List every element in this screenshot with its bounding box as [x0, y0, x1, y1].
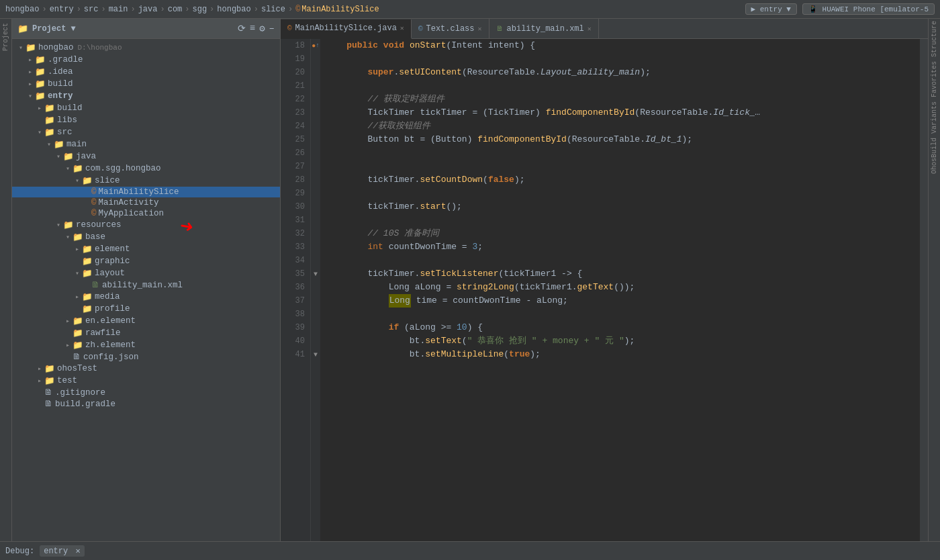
tab-close-main[interactable]: ✕: [400, 24, 404, 32]
tree-item-main[interactable]: ▾📁main: [12, 138, 280, 150]
tree-label-20: ability_main.xml: [102, 281, 183, 290]
tree-icon-7: 📁: [44, 127, 55, 138]
tree-item-en-element[interactable]: ▸📁en.element: [12, 315, 280, 327]
tree-item-layout[interactable]: ▾📁layout: [12, 267, 280, 279]
settings-icon[interactable]: ⚙: [259, 23, 265, 34]
tree-item-profile[interactable]: 📁profile: [12, 303, 280, 315]
line-num-21: 21: [286, 79, 305, 93]
tree-item-zh-element[interactable]: ▸📁zh.element: [12, 339, 280, 351]
tree-label-8: main: [66, 140, 87, 149]
tree-item-mainactivity[interactable]: ©MainActivity: [12, 197, 280, 208]
tab-class-icon: ©: [418, 25, 423, 33]
tree-arrow-28: ▸: [35, 377, 44, 385]
main-layout: Project 📁 Project ▼ ⟳ ≡ ⚙ – ▾📁hongbaoD:\…: [0, 19, 940, 541]
project-header-icons: ⟳ ≡ ⚙ –: [238, 23, 275, 34]
code-lines[interactable]: public void onStart(Intent intent) { sup…: [320, 39, 920, 541]
tree-label-2: .idea: [48, 67, 73, 77]
code-line-24: //获取按钮组件: [326, 120, 920, 133]
sync-icon[interactable]: ⟳: [238, 23, 246, 34]
tree-item-config-json[interactable]: 🗎config.json: [12, 351, 280, 363]
scrollbar-area[interactable]: [920, 39, 928, 541]
tab-close-text[interactable]: ✕: [478, 25, 482, 33]
tree-item-test[interactable]: ▸📁test: [12, 375, 280, 387]
tree-item-libs[interactable]: 📁libs: [12, 114, 280, 126]
tree-item-graphic[interactable]: 📁graphic: [12, 255, 280, 267]
tree-item-slice[interactable]: ▾📁slice: [12, 175, 280, 187]
gutter-36: [311, 281, 320, 294]
tab-main-ability-slice[interactable]: © MainAbilitySlice.java ✕: [281, 19, 412, 39]
tree-label-11: slice: [95, 176, 120, 185]
tree-item-hongbao[interactable]: ▾📁hongbaoD:\hongbao: [12, 42, 280, 54]
top-bar: hongbao › entry › src › main › java › co…: [0, 0, 940, 19]
gutter-31: [311, 214, 320, 227]
gutter-19: [311, 52, 320, 66]
breadcrumb-sgg[interactable]: sgg: [193, 5, 207, 14]
tree-arrow-8: ▾: [44, 140, 54, 148]
gutter-39: [311, 321, 320, 334]
tree-label-13: MainActivity: [99, 198, 159, 207]
tree-item-base[interactable]: ▾📁base: [12, 231, 280, 243]
tree-item-rawfile[interactable]: 📁rawfile: [12, 327, 280, 339]
line-num-24: 24: [286, 120, 305, 133]
breadcrumb-com[interactable]: com: [168, 5, 183, 14]
tree-item-media[interactable]: ▸📁media: [12, 291, 280, 303]
breadcrumb-java[interactable]: java: [138, 5, 158, 14]
tree-item-java[interactable]: ▾📁java: [12, 150, 280, 162]
tree-label-29: .gitignore: [55, 388, 105, 398]
tab-text-class[interactable]: © Text.class ✕: [412, 19, 489, 38]
code-line-39: if (aLong >= 10) {: [326, 321, 920, 334]
tree-item-myapplication[interactable]: ©MyApplication: [12, 208, 280, 219]
tree-item--idea[interactable]: ▸📁.idea: [12, 66, 280, 78]
tab-close-xml[interactable]: ✕: [588, 25, 592, 33]
entry-tab-close[interactable]: ✕: [75, 547, 80, 556]
entry-dropdown[interactable]: ▶ entry ▼: [745, 3, 797, 15]
favorites-label[interactable]: Favorites: [931, 59, 938, 99]
collapse-icon[interactable]: ≡: [250, 23, 255, 34]
tree-item-com-sgg-hongbao[interactable]: ▾📁com.sgg.hongbao: [12, 162, 280, 175]
tree-icon-16: 📁: [73, 232, 83, 242]
tree-icon-1: 📁: [35, 54, 46, 65]
minimize-icon[interactable]: –: [269, 23, 275, 34]
line-num-32: 32: [286, 227, 305, 240]
code-line-22: // 获取定时器组件: [326, 93, 920, 106]
tree-item-mainabilityslice[interactable]: ©MainAbilitySlice: [12, 187, 280, 197]
tree-item-build[interactable]: ▸📁build: [12, 102, 280, 114]
tree-icon-5: 📁: [44, 103, 55, 113]
project-title: Project ▼: [32, 24, 76, 34]
tree-item-src[interactable]: ▾📁src: [12, 126, 280, 138]
line-num-34: 34: [286, 254, 305, 267]
breadcrumb-hongbao2[interactable]: hongbao: [217, 5, 250, 14]
tree-extra-0: D:\hongbao: [78, 44, 122, 52]
entry-tab[interactable]: entry ✕: [40, 545, 84, 557]
breadcrumb-entry[interactable]: entry: [50, 5, 74, 14]
ohos-label[interactable]: OhosBuild Variants: [931, 99, 938, 176]
tree-label-4: entry: [48, 91, 73, 101]
line-num-28: 28: [286, 173, 305, 187]
tree-item--gitignore[interactable]: 🗎.gitignore: [12, 387, 280, 398]
project-side-label[interactable]: Project: [1, 21, 11, 52]
tree-item--gradle[interactable]: ▸📁.gradle: [12, 54, 280, 66]
tree-item-build[interactable]: ▸📁build: [12, 78, 280, 90]
breadcrumb-hongbao[interactable]: hongbao: [5, 5, 39, 14]
tree-arrow-16: ▾: [63, 233, 73, 241]
tree-item-entry[interactable]: ▾📁entry: [12, 90, 280, 102]
project-panel-wrapper: 📁 Project ▼ ⟳ ≡ ⚙ – ▾📁hongbaoD:\hongbao▸…: [12, 19, 281, 541]
line-numbers: 18 19 20 21 22 23 24 25 26 27 28 29 30 3…: [281, 39, 311, 541]
tree-item-build-gradle[interactable]: 🗎build.gradle: [12, 398, 280, 410]
tree-item-ohostest[interactable]: ▸📁ohosTest: [12, 363, 280, 375]
breadcrumb-src[interactable]: src: [84, 5, 99, 14]
gutter-32: [311, 227, 320, 240]
device-dropdown[interactable]: 📱 HUAWEI Phone [emulator-5: [802, 3, 935, 15]
tree-icon-17: 📁: [82, 244, 93, 254]
tree-item-element[interactable]: ▸📁element: [12, 243, 280, 255]
tree-label-7: src: [57, 128, 73, 137]
tree-icon-11: 📁: [82, 175, 93, 186]
tree-item-ability-main-xml[interactable]: 🗎ability_main.xml: [12, 279, 280, 291]
breadcrumb-slice[interactable]: slice: [261, 5, 285, 14]
line-num-35: 35: [286, 267, 305, 281]
breadcrumb-main[interactable]: main: [109, 5, 128, 14]
tree-icon-29: 🗎: [44, 387, 53, 398]
tab-ability-xml[interactable]: 🗎 ability_main.xml ✕: [489, 19, 599, 38]
tree-item-resources[interactable]: ▾📁resources: [12, 219, 280, 231]
structure-label[interactable]: Structure: [931, 19, 938, 59]
